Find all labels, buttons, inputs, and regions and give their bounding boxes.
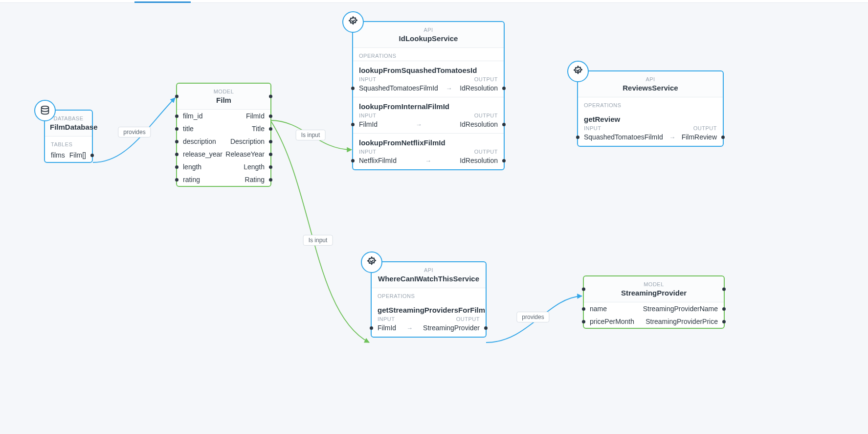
operations-label: OPERATIONS	[372, 288, 486, 301]
operation-block[interactable]: lookupFromNetflixFilmId INPUTOUTPUT Netf…	[353, 133, 504, 169]
node-reviews-service[interactable]: API ReviewsService OPERATIONS getReview …	[577, 70, 724, 147]
node-film-model[interactable]: MODEL Film film_idFilmId titleTitle desc…	[176, 83, 271, 187]
port-icon	[370, 326, 373, 330]
operation-output: StreamingProvider	[423, 324, 480, 332]
port-icon	[502, 159, 506, 162]
edge-label-provides-1: provides	[118, 127, 151, 137]
node-title: ReviewsService	[583, 84, 718, 92]
port-icon	[269, 114, 272, 118]
operation-name: getReview	[578, 113, 723, 124]
port-icon	[722, 320, 726, 323]
port-icon	[351, 87, 355, 90]
database-icon	[34, 100, 56, 121]
diagram-canvas[interactable]: provides Is input Is input provides DATA…	[0, 0, 868, 434]
field-row[interactable]: release_yearReleaseYear	[177, 148, 270, 160]
node-id-lookup-service[interactable]: API IdLookupService OPERATIONS lookupFro…	[352, 21, 505, 170]
port-icon	[351, 159, 355, 162]
port-icon	[722, 307, 726, 311]
output-label: OUTPUT	[474, 149, 498, 155]
field-row[interactable]: film_idFilmId	[177, 110, 270, 122]
api-gear-icon	[567, 61, 589, 82]
node-film-database[interactable]: DATABASE FilmDatabase TABLES films Film[…	[44, 110, 93, 163]
node-title: IdLookupService	[358, 34, 499, 43]
api-gear-icon	[342, 11, 364, 33]
node-kind-label: API	[377, 265, 481, 273]
node-title: StreamingProvider	[589, 289, 719, 297]
table-row[interactable]: films Film[]	[45, 149, 92, 162]
port-icon	[175, 165, 178, 169]
port-icon	[175, 114, 178, 118]
field-row[interactable]: nameStreamingProviderName	[584, 302, 724, 315]
operation-input: FilmId	[359, 120, 378, 128]
port-icon	[582, 307, 585, 311]
operation-block[interactable]: lookupFromSquashedTomatoesId INPUTOUTPUT…	[353, 61, 504, 97]
port-icon	[175, 95, 178, 98]
input-label: INPUT	[359, 76, 377, 82]
node-header: API IdLookupService	[353, 22, 504, 48]
operation-name: getStreamingProvidersForFilm	[372, 304, 486, 315]
field-type: StreamingProviderName	[643, 305, 718, 313]
operation-output: IdResolution	[460, 84, 498, 92]
operation-block[interactable]: getReview INPUTOUTPUT SquashedTomatoesFi…	[578, 110, 723, 146]
port-icon	[502, 123, 506, 126]
field-name: rating	[183, 176, 200, 183]
fields-list: nameStreamingProviderName pricePerMonthS…	[584, 302, 724, 328]
operation-block[interactable]: lookupFromInternalFilmId INPUTOUTPUT Fil…	[353, 97, 504, 133]
port-icon	[269, 127, 272, 131]
operation-input: SquashedTomatoesFilmId	[584, 133, 663, 141]
edge-label-is-input-2: Is input	[303, 235, 333, 246]
field-type: Title	[252, 125, 265, 133]
field-name: title	[183, 125, 194, 133]
svg-point-0	[42, 106, 49, 109]
arrow-icon: →	[446, 85, 452, 92]
input-label: INPUT	[359, 113, 377, 118]
node-where-can-i-watch-service[interactable]: API WhereCanIWatchThisService OPERATIONS…	[371, 261, 487, 338]
arrow-icon: →	[425, 157, 431, 164]
input-label: INPUT	[359, 149, 377, 155]
field-row[interactable]: lengthLength	[177, 160, 270, 173]
field-row[interactable]: pricePerMonthStreamingProviderPrice	[584, 315, 724, 328]
node-kind-label: API	[358, 25, 499, 33]
node-title: FilmDatabase	[50, 123, 87, 131]
edge-label-provides-2: provides	[516, 312, 549, 322]
port-icon	[175, 127, 178, 131]
arrow-icon: →	[406, 324, 413, 332]
node-title: Film	[182, 96, 266, 104]
table-name: films	[51, 151, 65, 159]
port-icon	[269, 178, 272, 182]
edge-label-is-input-1: Is input	[296, 130, 326, 140]
operations-label: OPERATIONS	[578, 97, 723, 110]
output-label: OUTPUT	[474, 76, 498, 82]
port-icon	[269, 140, 272, 143]
node-kind-label: DATABASE	[50, 114, 87, 121]
port-icon	[484, 326, 488, 330]
operation-input: SquashedTomatoesFilmId	[359, 84, 438, 92]
field-name: pricePerMonth	[590, 318, 634, 325]
operation-name: lookupFromSquashedTomatoesId	[353, 64, 504, 75]
field-type: FilmId	[246, 112, 265, 120]
operation-input: FilmId	[378, 324, 396, 332]
field-name: description	[183, 137, 216, 145]
field-type: StreamingProviderPrice	[645, 318, 718, 325]
tables-label: TABLES	[45, 137, 92, 149]
node-streaming-provider-model[interactable]: MODEL StreamingProvider nameStreamingPro…	[583, 275, 725, 329]
field-name: length	[183, 163, 201, 171]
arrow-icon: →	[669, 134, 675, 141]
field-type: ReleaseYear	[225, 150, 265, 158]
port-icon	[582, 320, 585, 323]
port-icon	[175, 178, 178, 182]
node-kind-label: MODEL	[589, 279, 719, 287]
operations-label: OPERATIONS	[353, 48, 504, 61]
operation-output: IdResolution	[460, 120, 498, 128]
port-icon	[351, 123, 355, 126]
node-header: API ReviewsService	[578, 71, 723, 97]
port-icon	[576, 136, 579, 139]
field-row[interactable]: ratingRating	[177, 173, 270, 186]
field-type: Description	[230, 137, 265, 145]
field-name: release_year	[183, 150, 223, 158]
node-kind-label: MODEL	[182, 87, 266, 94]
operation-block[interactable]: getStreamingProvidersForFilm INPUTOUTPUT…	[372, 301, 486, 337]
field-row[interactable]: descriptionDescription	[177, 135, 270, 148]
fields-list: film_idFilmId titleTitle descriptionDesc…	[177, 110, 270, 186]
field-row[interactable]: titleTitle	[177, 122, 270, 135]
